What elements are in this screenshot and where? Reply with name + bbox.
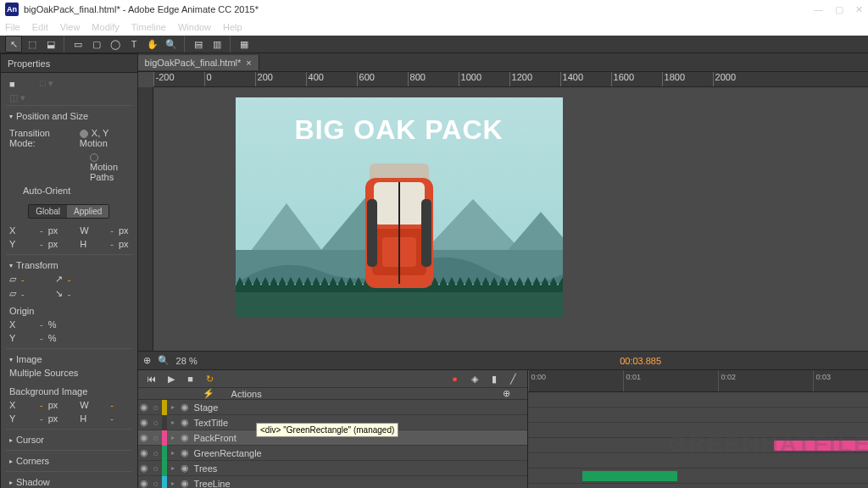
actions-header: Actions xyxy=(231,389,262,399)
section-position-size[interactable]: Position and Size xyxy=(6,109,132,123)
section-image[interactable]: Image xyxy=(6,352,132,366)
window-title: bigOakPack_final.html* - Adobe Edge Anim… xyxy=(24,4,814,14)
menu-view[interactable]: View xyxy=(60,22,81,32)
title-bar: An bigOakPack_final.html* - Adobe Edge A… xyxy=(0,0,868,19)
hand-tool[interactable]: ✋ xyxy=(144,36,161,53)
zoom-tool[interactable]: 🔍 xyxy=(163,36,180,53)
timeline-ruler[interactable]: 0:00 0:01 0:02 0:03 0:04 0:05 xyxy=(528,370,868,392)
timeline-clip[interactable] xyxy=(582,471,677,481)
stage-hand-icon[interactable]: ⊕ xyxy=(143,355,151,366)
loop-button[interactable]: ↻ xyxy=(202,370,219,387)
properties-panel: Properties ■□ ▾ ◫ ▾ Position and Size Tr… xyxy=(0,53,138,488)
timeline-track[interactable] xyxy=(528,438,868,453)
menu-file[interactable]: File xyxy=(5,22,20,32)
menu-window[interactable]: Window xyxy=(178,22,211,32)
stage-canvas[interactable]: BIG OAK PACK xyxy=(236,97,563,318)
zoom-percent[interactable]: 28 % xyxy=(176,356,198,366)
close-tab-icon[interactable]: × xyxy=(246,58,251,68)
app-icon: An xyxy=(5,3,19,16)
timeline-track[interactable] xyxy=(528,453,868,469)
text-tool[interactable]: T xyxy=(125,36,142,53)
record-button[interactable]: ● xyxy=(447,370,464,387)
timeline-track[interactable] xyxy=(528,484,868,488)
timeline-layer-greenrectangle[interactable]: ◉○ ▸◉ GreenRectangle xyxy=(138,446,527,461)
backpack-graphic xyxy=(348,157,450,297)
timeline-track[interactable] xyxy=(528,469,868,484)
menu-timeline[interactable]: Timeline xyxy=(131,22,166,32)
keyframe-tool-1[interactable]: ◈ xyxy=(466,370,483,387)
timeline-track[interactable] xyxy=(528,423,868,438)
timeline-layer-trees[interactable]: ◉○ ▸◉ Trees xyxy=(138,461,527,476)
section-shadow[interactable]: Shadow xyxy=(6,475,132,488)
menu-help[interactable]: Help xyxy=(223,22,242,32)
section-transform[interactable]: Transform xyxy=(6,258,132,272)
document-tab[interactable]: bigOakPack_final.html* × xyxy=(138,55,259,70)
section-cursor[interactable]: Cursor xyxy=(6,433,132,446)
color-tool[interactable]: ▦ xyxy=(236,36,253,53)
play-button[interactable]: ▶ xyxy=(163,370,180,387)
rewind-button[interactable]: ⏮ xyxy=(143,370,160,387)
timeline-layer-treeline[interactable]: ◉○ ▸◉ TreeLine xyxy=(138,476,527,488)
label-transition-mode: Transition Mode: xyxy=(9,128,66,148)
checkbox-auto-orient[interactable]: Auto-Orient xyxy=(23,186,70,196)
current-time: 00:03.885 xyxy=(204,356,868,366)
label-multiple-sources: Multiple Sources xyxy=(9,368,78,378)
timeline-controls: ⏮ ▶ ■ ↻ ● ◈ ▮ ╱ xyxy=(138,370,527,388)
layout-tool-2[interactable]: ▥ xyxy=(209,36,225,53)
menu-bar: File Edit View Modify Timeline Window He… xyxy=(0,19,868,36)
stage-area[interactable]: -2000 200400 600800 10001200 14001600 18… xyxy=(138,72,868,351)
tooltip: <div> "GreenRectangle" (managed) xyxy=(256,423,398,437)
rounded-rect-tool[interactable]: ▢ xyxy=(88,36,105,53)
layout-tool-1[interactable]: ▤ xyxy=(190,36,207,53)
easing-button[interactable]: ╱ xyxy=(505,370,522,387)
label-origin: Origin xyxy=(9,306,34,316)
close-button[interactable]: ✕ xyxy=(855,4,863,15)
menu-edit[interactable]: Edit xyxy=(32,22,48,32)
stage-zoom-icon[interactable]: 🔍 xyxy=(158,355,170,366)
stage-title-text: BIG OAK PACK xyxy=(236,114,563,146)
timeline-layer-stage[interactable]: ◉○ ▸◉ Stage xyxy=(138,400,527,415)
maximize-button[interactable]: ▢ xyxy=(835,4,843,15)
label-bg-image: Background Image xyxy=(9,386,87,396)
transform-tool[interactable]: ⬚ xyxy=(24,36,41,53)
timeline-clip[interactable] xyxy=(774,441,868,451)
timeline-panel: ⏮ ▶ ■ ↻ ● ◈ ▮ ╱ ⚡ Actions ⊕ xyxy=(138,369,868,488)
timeline-track[interactable] xyxy=(528,408,868,423)
crop-tool[interactable]: ⬓ xyxy=(42,36,59,53)
global-applied-toggle[interactable]: Global Applied xyxy=(28,204,109,219)
stop-button[interactable]: ■ xyxy=(182,370,199,387)
document-tab-label: bigOakPack_final.html* xyxy=(145,58,242,68)
ruler-horizontal: -2000 200400 600800 10001200 14001600 18… xyxy=(153,72,868,87)
radio-motion-paths[interactable]: Motion Paths xyxy=(90,162,118,182)
svg-rect-8 xyxy=(367,199,377,267)
keyframe-tool-2[interactable]: ▮ xyxy=(486,370,503,387)
menu-modify[interactable]: Modify xyxy=(92,22,119,32)
properties-title: Properties xyxy=(8,58,50,69)
ellipse-tool[interactable]: ◯ xyxy=(107,36,124,53)
minimize-button[interactable]: — xyxy=(814,4,823,15)
toolbar: ↖ ⬚ ⬓ ▭ ▢ ◯ T ✋ 🔍 ▤ ▥ ▦ xyxy=(0,36,868,53)
rect-tool[interactable]: ▭ xyxy=(70,36,86,53)
ruler-vertical xyxy=(138,87,153,351)
selection-tool[interactable]: ↖ xyxy=(5,36,22,53)
stage-controls: ⊕ 🔍 28 % 00:03.885 ⚠ xyxy=(138,351,868,369)
svg-rect-9 xyxy=(421,199,431,267)
section-corners[interactable]: Corners xyxy=(6,454,132,468)
